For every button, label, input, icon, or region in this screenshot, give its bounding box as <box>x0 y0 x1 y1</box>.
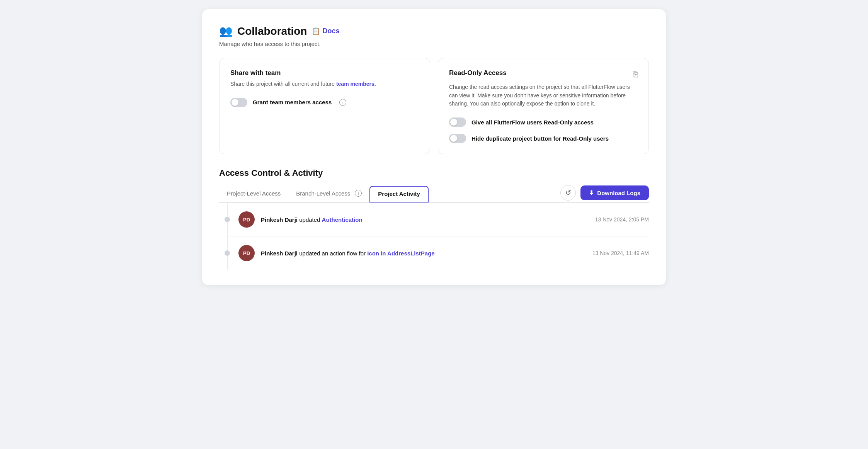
avatar: PD <box>238 245 255 261</box>
tabs-actions: ↺ ⬇ Download Logs <box>560 185 649 202</box>
docs-link[interactable]: 📋 Docs <box>311 27 339 36</box>
docs-icon: 📋 <box>311 27 320 36</box>
user-name: Pinkesh Darji <box>261 216 298 223</box>
grant-access-label: Grant team members access <box>253 99 332 105</box>
download-label: Download Logs <box>597 190 640 196</box>
grant-access-info-icon[interactable]: i <box>339 99 346 106</box>
table-row: PD Pinkesh Darji updated Authentication … <box>228 203 649 236</box>
readonly-toggle2-row: Hide duplicate project button for Read-O… <box>449 134 638 143</box>
activity-left: PD Pinkesh Darji updated Authentication <box>238 211 363 228</box>
readonly-toggle2-label: Hide duplicate project button for Read-O… <box>471 135 609 142</box>
readonly-card-title: Read-Only Access <box>449 69 507 77</box>
tab-project-activity[interactable]: Project Activity <box>369 186 429 202</box>
refresh-button[interactable]: ↺ <box>560 185 576 201</box>
tabs-bar: Project-Level Access Branch-Level Access… <box>219 185 649 203</box>
page-subtitle: Manage who has access to this project. <box>219 41 649 47</box>
readonly-access-card: Read-Only Access ⎘ Change the read acces… <box>438 58 649 154</box>
activity-dot <box>225 250 230 256</box>
cards-row: Share with team Share this project with … <box>219 58 649 154</box>
docs-label: Docs <box>322 27 339 35</box>
activity-text: Pinkesh Darji updated Authentication <box>261 216 363 223</box>
team-members-link[interactable]: team members. <box>336 81 376 87</box>
activity-dot <box>225 217 230 222</box>
readonly-toggle1[interactable] <box>449 117 466 127</box>
grant-access-toggle-row: Grant team members access i <box>230 98 419 107</box>
readonly-toggle1-row: Give all FlutterFlow users Read-Only acc… <box>449 117 638 127</box>
readonly-toggle2[interactable] <box>449 134 466 143</box>
download-logs-button[interactable]: ⬇ Download Logs <box>580 185 649 200</box>
access-section-title: Access Control & Activity <box>219 168 649 178</box>
readonly-card-header: Read-Only Access ⎘ <box>449 69 638 80</box>
share-with-team-card: Share with team Share this project with … <box>219 58 430 154</box>
tab-project-level-access[interactable]: Project-Level Access <box>219 186 288 201</box>
collaboration-icon: 👥 <box>219 25 233 37</box>
activity-text: Pinkesh Darji updated an action flow for… <box>261 250 435 257</box>
activity-link[interactable]: Authentication <box>322 216 363 223</box>
activity-time: 13 Nov 2024, 11:49 AM <box>592 250 649 256</box>
avatar: PD <box>238 211 255 228</box>
activity-left: PD Pinkesh Darji updated an action flow … <box>238 245 435 261</box>
user-name: Pinkesh Darji <box>261 250 298 257</box>
readonly-card-description: Change the read access settings on the p… <box>449 83 638 108</box>
share-card-description: Share this project with all current and … <box>230 80 419 88</box>
readonly-toggle1-label: Give all FlutterFlow users Read-Only acc… <box>471 119 594 126</box>
main-card: 👥 Collaboration 📋 Docs Manage who has ac… <box>202 9 666 285</box>
branch-level-info-icon[interactable]: i <box>355 190 362 197</box>
share-card-title: Share with team <box>230 69 419 77</box>
activity-list: PD Pinkesh Darji updated Authentication … <box>227 203 649 270</box>
action-text: updated <box>299 216 322 223</box>
copy-icon[interactable]: ⎘ <box>633 70 638 79</box>
page-header: 👥 Collaboration 📋 Docs <box>219 25 649 37</box>
table-row: PD Pinkesh Darji updated an action flow … <box>228 236 649 270</box>
action-text: updated an action flow for <box>299 250 367 257</box>
download-icon: ⬇ <box>589 189 594 196</box>
grant-access-toggle[interactable] <box>230 98 247 107</box>
activity-link[interactable]: Icon in AddressListPage <box>367 250 435 257</box>
activity-time: 13 Nov 2024, 2:05 PM <box>595 216 649 223</box>
page-title: Collaboration <box>237 25 307 37</box>
tab-branch-level-access[interactable]: Branch-Level Access i <box>288 186 369 201</box>
